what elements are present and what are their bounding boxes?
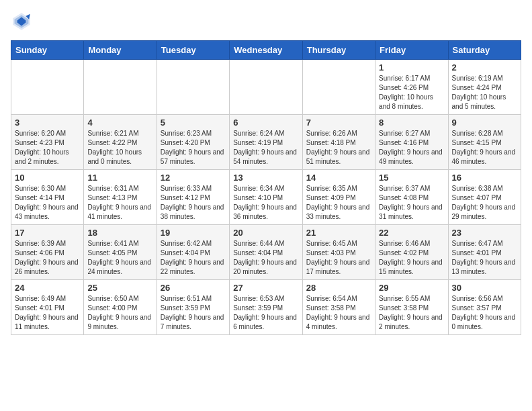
day-info: Sunrise: 6:21 AM Sunset: 4:22 PM Dayligh… <box>87 129 152 167</box>
calendar-cell: 6Sunrise: 6:24 AM Sunset: 4:19 PM Daylig… <box>230 115 302 170</box>
day-number: 29 <box>379 283 444 293</box>
day-number: 10 <box>15 173 80 183</box>
calendar-cell: 13Sunrise: 6:34 AM Sunset: 4:10 PM Dayli… <box>230 170 302 225</box>
day-number: 25 <box>87 283 152 293</box>
day-info: Sunrise: 6:56 AM Sunset: 3:57 PM Dayligh… <box>452 294 517 332</box>
calendar-cell: 7Sunrise: 6:26 AM Sunset: 4:18 PM Daylig… <box>302 115 375 170</box>
calendar-cell: 12Sunrise: 6:33 AM Sunset: 4:12 PM Dayli… <box>157 170 229 225</box>
day-number: 18 <box>87 228 152 238</box>
calendar-cell: 8Sunrise: 6:27 AM Sunset: 4:16 PM Daylig… <box>375 115 448 170</box>
day-info: Sunrise: 6:17 AM Sunset: 4:26 PM Dayligh… <box>379 74 444 111</box>
day-number: 17 <box>15 228 80 238</box>
day-number: 22 <box>379 228 444 238</box>
day-number: 26 <box>161 283 226 293</box>
calendar-cell: 25Sunrise: 6:50 AM Sunset: 4:00 PM Dayli… <box>84 280 157 335</box>
calendar-cell: 20Sunrise: 6:44 AM Sunset: 4:04 PM Dayli… <box>230 225 302 280</box>
day-number: 21 <box>306 228 371 238</box>
day-info: Sunrise: 6:26 AM Sunset: 4:18 PM Dayligh… <box>306 129 371 167</box>
calendar-week-row: 17Sunrise: 6:39 AM Sunset: 4:06 PM Dayli… <box>11 225 521 280</box>
calendar-cell: 28Sunrise: 6:54 AM Sunset: 3:58 PM Dayli… <box>302 280 375 335</box>
calendar-cell <box>302 60 375 115</box>
day-number: 23 <box>452 228 517 238</box>
calendar-cell <box>230 60 302 115</box>
page-header <box>11 11 521 32</box>
day-number: 28 <box>306 283 371 293</box>
calendar-week-row: 24Sunrise: 6:49 AM Sunset: 4:01 PM Dayli… <box>11 280 521 335</box>
day-info: Sunrise: 6:19 AM Sunset: 4:24 PM Dayligh… <box>452 74 517 111</box>
day-info: Sunrise: 6:50 AM Sunset: 4:00 PM Dayligh… <box>87 294 152 332</box>
day-number: 2 <box>452 62 517 73</box>
day-header-wednesday: Wednesday <box>230 41 302 60</box>
logo-icon <box>11 11 32 32</box>
day-info: Sunrise: 6:44 AM Sunset: 4:04 PM Dayligh… <box>233 239 298 277</box>
day-header-thursday: Thursday <box>302 41 375 60</box>
calendar-cell: 21Sunrise: 6:45 AM Sunset: 4:03 PM Dayli… <box>302 225 375 280</box>
day-info: Sunrise: 6:31 AM Sunset: 4:13 PM Dayligh… <box>87 184 152 222</box>
day-number: 16 <box>452 173 517 183</box>
day-header-monday: Monday <box>84 41 157 60</box>
day-info: Sunrise: 6:20 AM Sunset: 4:23 PM Dayligh… <box>15 129 80 167</box>
day-info: Sunrise: 6:46 AM Sunset: 4:02 PM Dayligh… <box>379 239 444 277</box>
calendar-cell: 14Sunrise: 6:35 AM Sunset: 4:09 PM Dayli… <box>302 170 375 225</box>
day-header-sunday: Sunday <box>11 41 84 60</box>
day-number: 19 <box>161 228 226 238</box>
day-header-friday: Friday <box>375 41 448 60</box>
day-number: 7 <box>306 118 371 128</box>
day-number: 14 <box>306 173 371 183</box>
day-number: 13 <box>233 173 298 183</box>
calendar-header-row: SundayMondayTuesdayWednesdayThursdayFrid… <box>11 41 521 60</box>
day-info: Sunrise: 6:42 AM Sunset: 4:04 PM Dayligh… <box>161 239 226 277</box>
calendar-cell: 5Sunrise: 6:23 AM Sunset: 4:20 PM Daylig… <box>157 115 229 170</box>
day-info: Sunrise: 6:34 AM Sunset: 4:10 PM Dayligh… <box>233 184 298 222</box>
calendar-cell: 24Sunrise: 6:49 AM Sunset: 4:01 PM Dayli… <box>11 280 84 335</box>
calendar-cell: 17Sunrise: 6:39 AM Sunset: 4:06 PM Dayli… <box>11 225 84 280</box>
calendar-week-row: 1Sunrise: 6:17 AM Sunset: 4:26 PM Daylig… <box>11 60 521 115</box>
calendar-cell <box>11 60 84 115</box>
day-number: 9 <box>452 118 517 128</box>
day-number: 27 <box>233 283 298 293</box>
day-info: Sunrise: 6:39 AM Sunset: 4:06 PM Dayligh… <box>15 239 80 277</box>
day-number: 24 <box>15 283 80 293</box>
day-info: Sunrise: 6:28 AM Sunset: 4:15 PM Dayligh… <box>452 129 517 167</box>
day-number: 8 <box>379 118 444 128</box>
day-info: Sunrise: 6:51 AM Sunset: 3:59 PM Dayligh… <box>161 294 226 332</box>
day-info: Sunrise: 6:45 AM Sunset: 4:03 PM Dayligh… <box>306 239 371 277</box>
calendar-cell: 27Sunrise: 6:53 AM Sunset: 3:59 PM Dayli… <box>230 280 302 335</box>
day-info: Sunrise: 6:24 AM Sunset: 4:19 PM Dayligh… <box>233 129 298 167</box>
day-number: 5 <box>161 118 226 128</box>
day-number: 20 <box>233 228 298 238</box>
day-info: Sunrise: 6:27 AM Sunset: 4:16 PM Dayligh… <box>379 129 444 167</box>
calendar-cell: 19Sunrise: 6:42 AM Sunset: 4:04 PM Dayli… <box>157 225 229 280</box>
calendar-cell: 29Sunrise: 6:55 AM Sunset: 3:58 PM Dayli… <box>375 280 448 335</box>
calendar-cell: 11Sunrise: 6:31 AM Sunset: 4:13 PM Dayli… <box>84 170 157 225</box>
calendar-cell: 15Sunrise: 6:37 AM Sunset: 4:08 PM Dayli… <box>375 170 448 225</box>
calendar-cell: 2Sunrise: 6:19 AM Sunset: 4:24 PM Daylig… <box>448 60 521 115</box>
day-info: Sunrise: 6:33 AM Sunset: 4:12 PM Dayligh… <box>161 184 226 222</box>
calendar-cell: 4Sunrise: 6:21 AM Sunset: 4:22 PM Daylig… <box>84 115 157 170</box>
day-info: Sunrise: 6:37 AM Sunset: 4:08 PM Dayligh… <box>379 184 444 222</box>
calendar-cell <box>157 60 229 115</box>
calendar-cell: 10Sunrise: 6:30 AM Sunset: 4:14 PM Dayli… <box>11 170 84 225</box>
calendar-cell: 23Sunrise: 6:47 AM Sunset: 4:01 PM Dayli… <box>448 225 521 280</box>
day-number: 6 <box>233 118 298 128</box>
calendar-cell: 22Sunrise: 6:46 AM Sunset: 4:02 PM Dayli… <box>375 225 448 280</box>
day-number: 3 <box>15 118 80 128</box>
calendar-table: SundayMondayTuesdayWednesdayThursdayFrid… <box>11 40 521 335</box>
calendar-cell: 3Sunrise: 6:20 AM Sunset: 4:23 PM Daylig… <box>11 115 84 170</box>
calendar-cell: 1Sunrise: 6:17 AM Sunset: 4:26 PM Daylig… <box>375 60 448 115</box>
logo <box>11 11 35 32</box>
day-number: 1 <box>379 62 444 73</box>
day-info: Sunrise: 6:54 AM Sunset: 3:58 PM Dayligh… <box>306 294 371 332</box>
calendar-cell: 26Sunrise: 6:51 AM Sunset: 3:59 PM Dayli… <box>157 280 229 335</box>
day-number: 4 <box>87 118 152 128</box>
calendar-cell: 18Sunrise: 6:41 AM Sunset: 4:05 PM Dayli… <box>84 225 157 280</box>
day-info: Sunrise: 6:23 AM Sunset: 4:20 PM Dayligh… <box>161 129 226 167</box>
day-number: 30 <box>452 283 517 293</box>
day-info: Sunrise: 6:35 AM Sunset: 4:09 PM Dayligh… <box>306 184 371 222</box>
day-info: Sunrise: 6:30 AM Sunset: 4:14 PM Dayligh… <box>15 184 80 222</box>
day-number: 11 <box>87 173 152 183</box>
calendar-week-row: 10Sunrise: 6:30 AM Sunset: 4:14 PM Dayli… <box>11 170 521 225</box>
day-info: Sunrise: 6:47 AM Sunset: 4:01 PM Dayligh… <box>452 239 517 277</box>
calendar-cell: 9Sunrise: 6:28 AM Sunset: 4:15 PM Daylig… <box>448 115 521 170</box>
calendar-cell <box>84 60 157 115</box>
